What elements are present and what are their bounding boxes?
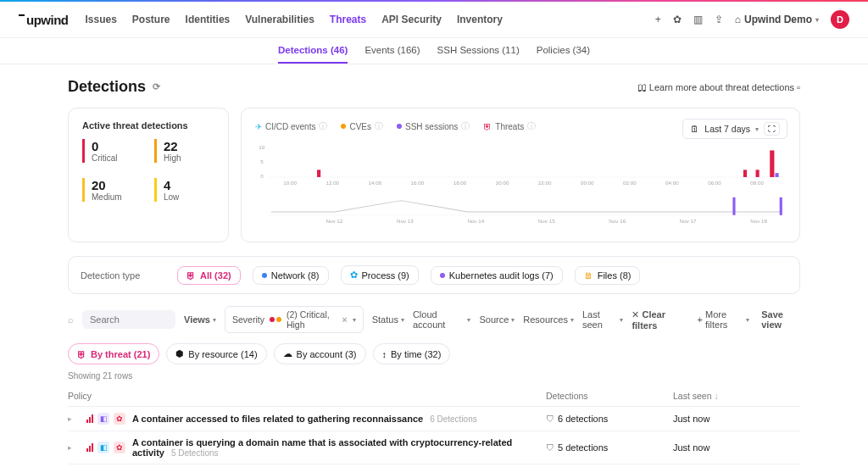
clear-filters-button[interactable]: ✕ Clear filters [632, 309, 685, 331]
severity-bars-icon [86, 443, 93, 452]
threat-icon: ✿ [114, 442, 125, 453]
expand-icon[interactable]: ⛶ [764, 122, 780, 136]
svg-text:Nov 12: Nov 12 [326, 220, 342, 225]
table-row[interactable]: ▸◧✿A container accessed to files related… [68, 407, 800, 431]
pill-k8s[interactable]: Kubernetes audit logs (7) [431, 266, 563, 285]
refresh-icon[interactable]: ⟳ [153, 81, 160, 92]
last-seen-value: Just now [673, 442, 800, 453]
nav-inventory[interactable]: Inventory [457, 14, 503, 25]
svg-text:10:00: 10:00 [283, 181, 297, 186]
org-icon: ⌂ [735, 14, 741, 25]
calendar-icon: 🗓 [690, 124, 699, 134]
expand-row-icon[interactable]: ▸ [68, 443, 80, 452]
timerange-picker[interactable]: 🗓 Last 7 days ▾ ⛶ [682, 119, 787, 139]
cloud-dropdown[interactable]: Cloud account▾ [413, 309, 471, 330]
status-dropdown[interactable]: Status▾ [372, 314, 404, 325]
svg-text:16:00: 16:00 [411, 181, 425, 186]
severity-chip[interactable]: Severity (2) Critical, High × ▾ [225, 306, 364, 333]
metrics-card: Active threat detections 0 Critical 22 H… [68, 108, 229, 242]
header: upwind Issues Posture Identities Vulnera… [0, 2, 868, 38]
svg-rect-4 [317, 170, 320, 177]
svg-text:Nov 15: Nov 15 [538, 220, 555, 225]
learn-more-link[interactable]: 🕮 Learn more about threat detections ▫ [637, 82, 800, 92]
threat-icon: ✿ [114, 413, 125, 425]
tab-by-threat[interactable]: ⛨By threat (21) [68, 343, 159, 364]
nav-vulnerabilities[interactable]: Vulnerabilities [245, 14, 314, 25]
legend-cicd[interactable]: ✈CI/CD events ⓘ [255, 120, 327, 132]
svg-text:0: 0 [260, 174, 264, 179]
nav-threats[interactable]: Threats [330, 14, 366, 25]
severity-bars-icon [86, 414, 93, 423]
search-input[interactable] [82, 310, 175, 329]
logo[interactable]: upwind [19, 13, 69, 27]
subnav-policies[interactable]: Policies (34) [537, 45, 590, 64]
avatar[interactable]: D [831, 10, 849, 29]
pill-process[interactable]: ✿Process (9) [341, 265, 419, 285]
save-view-button[interactable]: Save view [761, 309, 800, 331]
svg-rect-5 [743, 170, 747, 177]
nav-posture[interactable]: Posture [132, 14, 170, 25]
shield-icon: ⛉ [546, 443, 554, 453]
pill-network[interactable]: Network (8) [253, 266, 329, 285]
add-icon[interactable]: + [655, 14, 661, 25]
svg-text:18:00: 18:00 [453, 181, 467, 186]
svg-rect-7 [770, 150, 774, 177]
pill-all[interactable]: ⛨All (32) [177, 266, 241, 285]
legend-cves[interactable]: CVEs ⓘ [341, 120, 383, 132]
source-dropdown[interactable]: Source▾ [479, 314, 515, 325]
send-icon: ✈ [255, 122, 262, 131]
table-row[interactable]: ▸◧✿A container is querying a domain name… [68, 431, 800, 464]
svg-rect-23 [780, 197, 782, 215]
col-policy[interactable]: Policy [68, 391, 546, 401]
svg-text:5: 5 [260, 159, 264, 164]
svg-text:Nov 16: Nov 16 [609, 220, 626, 225]
subnav-events[interactable]: Events (166) [364, 45, 420, 64]
dot-icon [262, 273, 267, 278]
cube-icon: ⬢ [175, 348, 184, 359]
policy-title: A container accessed to files related to… [132, 414, 423, 424]
chart: 10 5 0 10:0012:0014:00 16:0018:0020:00 2… [255, 141, 786, 230]
nav-issues[interactable]: Issues [86, 14, 117, 25]
metric-critical[interactable]: 0 Critical [82, 139, 142, 163]
subnav-detections[interactable]: Detections (46) [278, 45, 348, 64]
main-nav: Issues Posture Identities Vulnerabilitie… [86, 14, 503, 25]
pill-files[interactable]: 🗎Files (8) [575, 266, 641, 285]
nav-api-security[interactable]: API Security [381, 14, 442, 25]
shield-icon: ⛨ [77, 349, 86, 359]
svg-text:14:00: 14:00 [369, 181, 382, 186]
svg-text:22:00: 22:00 [538, 181, 552, 186]
metric-high-label: High [164, 153, 214, 163]
metric-high[interactable]: 22 High [154, 139, 214, 163]
metric-medium-value: 20 [92, 178, 142, 192]
lastseen-dropdown[interactable]: Last seen▾ [582, 309, 624, 330]
sort-down-icon: ↓ [714, 391, 718, 401]
chart-card: ✈CI/CD events ⓘ CVEs ⓘ SSH sessions ⓘ ⛨T… [241, 108, 800, 242]
table-header: Policy Detections Last seen ↓ [68, 386, 800, 407]
svg-rect-22 [732, 197, 735, 215]
metric-low[interactable]: 4 Low [154, 178, 214, 202]
tab-by-resource[interactable]: ⬢By resource (14) [166, 343, 266, 364]
subnav-ssh[interactable]: SSH Sessions (11) [437, 45, 520, 64]
more-filters-button[interactable]: + More filters▾ [698, 309, 750, 331]
rows-container: ▸◧✿A container accessed to files related… [68, 407, 800, 467]
metric-low-value: 4 [164, 178, 214, 192]
resources-dropdown[interactable]: Resources▾ [523, 314, 574, 325]
col-last-seen[interactable]: Last seen ↓ [673, 391, 800, 401]
nav-identities[interactable]: Identities [186, 14, 231, 25]
run-icon[interactable]: ⇪ [715, 14, 723, 25]
settings-icon[interactable]: ✿ [673, 14, 682, 25]
clear-severity-icon[interactable]: × [342, 314, 348, 325]
legend-threats[interactable]: ⛨Threats ⓘ [483, 120, 536, 132]
metric-medium-label: Medium [92, 192, 142, 202]
metric-medium[interactable]: 20 Medium [82, 178, 142, 202]
close-icon: ✕ [632, 309, 639, 320]
org-switcher[interactable]: ⌂ Upwind Demo ▾ [735, 14, 819, 25]
tab-by-time[interactable]: ↕By time (32) [373, 343, 451, 364]
tab-by-account[interactable]: ☁By account (3) [274, 343, 366, 364]
legend-ssh[interactable]: SSH sessions ⓘ [397, 120, 470, 132]
layout-icon[interactable]: ▥ [693, 14, 703, 25]
metric-low-label: Low [164, 192, 214, 202]
views-dropdown[interactable]: Views▾ [184, 314, 216, 325]
col-detections[interactable]: Detections [546, 391, 673, 401]
expand-row-icon[interactable]: ▸ [68, 414, 80, 423]
